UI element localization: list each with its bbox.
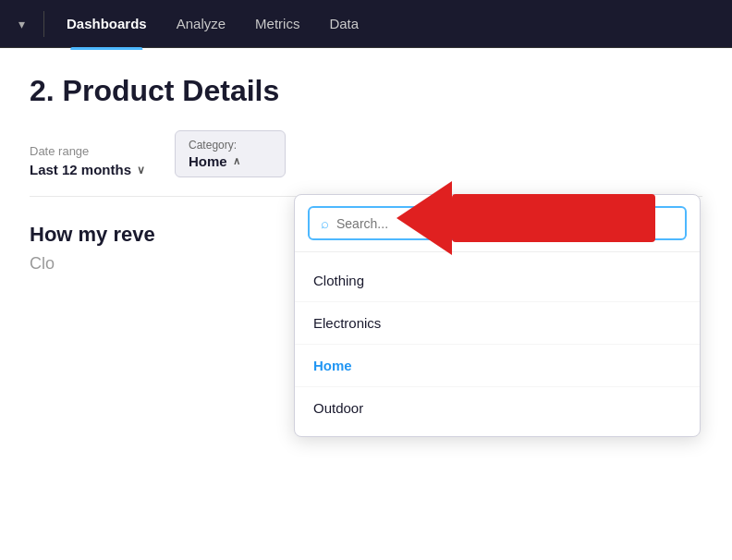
search-box[interactable]: ⌕ (308, 206, 687, 240)
category-filter-text: Home (189, 153, 227, 169)
search-input[interactable] (336, 216, 674, 231)
date-range-group: Date range Last 12 months ∨ (30, 144, 145, 177)
nav-tab-dashboards[interactable]: Dashboards (55, 10, 158, 37)
nav-bar: ▾ Dashboards Analyze Metrics Data (0, 0, 732, 48)
filter-row: Date range Last 12 months ∨ Category: Ho… (30, 130, 702, 197)
dropdown-item-home[interactable]: Home (295, 345, 700, 387)
dropdown-panel: ⌕ Clothing Electronics Home Outdoor (294, 194, 701, 437)
category-filter-value: Home ∧ (189, 153, 240, 169)
category-filter-label: Category: (189, 139, 237, 152)
dropdown-item-clothing[interactable]: Clothing (295, 260, 700, 302)
dropdown-item-electronics[interactable]: Electronics (295, 302, 700, 345)
category-dropdown: ⌕ Clothing Electronics Home Outdoor (294, 194, 701, 437)
date-range-text: Last 12 months (30, 162, 131, 177)
search-container: ⌕ (295, 195, 700, 252)
date-range-label: Date range (30, 144, 145, 158)
nav-divider (43, 11, 44, 37)
search-icon: ⌕ (321, 215, 329, 231)
nav-tab-metrics[interactable]: Metrics (244, 10, 311, 37)
date-range-value[interactable]: Last 12 months ∨ (30, 162, 145, 177)
category-filter-chevron-icon: ∧ (233, 155, 240, 167)
category-filter-button[interactable]: Category: Home ∧ (175, 130, 286, 177)
nav-chevron-icon[interactable]: ▾ (18, 17, 25, 31)
dropdown-items-list: Clothing Electronics Home Outdoor (295, 252, 700, 436)
nav-tab-analyze[interactable]: Analyze (165, 10, 237, 37)
nav-tab-data[interactable]: Data (318, 10, 370, 37)
page-title: 2. Product Details (30, 74, 702, 108)
date-range-chevron-icon: ∨ (137, 164, 145, 177)
dropdown-item-outdoor[interactable]: Outdoor (295, 387, 700, 429)
